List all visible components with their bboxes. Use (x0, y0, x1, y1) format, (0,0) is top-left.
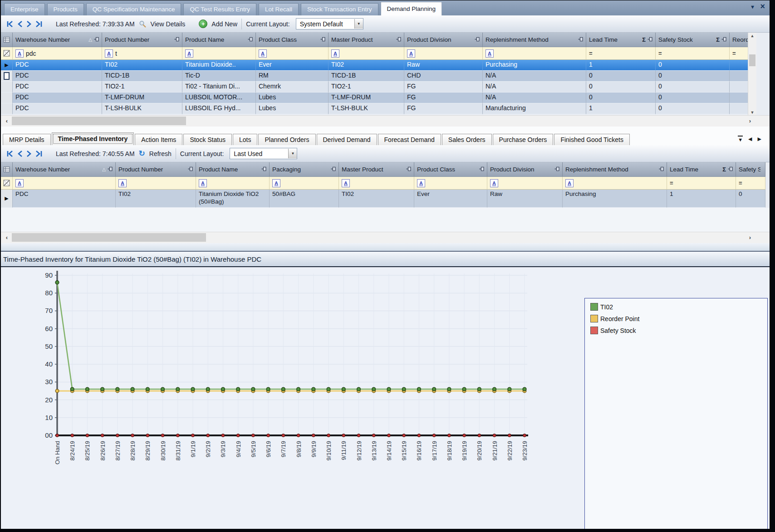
column-header-product-number[interactable]: Product Number (116, 162, 196, 177)
filter-cell-replenishment-method[interactable]: A (563, 177, 667, 190)
main-tab-qc-specification-maintenance[interactable]: QC Specification Maintenance (86, 3, 181, 15)
filter-condition-icon[interactable]: A (272, 179, 280, 187)
column-header-product-class[interactable]: Product Class (256, 33, 329, 47)
cell-replenishment-method[interactable]: Manufacturing (483, 103, 586, 114)
cell-product-name[interactable]: LUBSOIL FG Hyd... (182, 103, 256, 114)
column-header-warehouse-number[interactable]: Warehouse Number△ (13, 33, 102, 47)
cell-product-division[interactable]: FG (404, 103, 483, 114)
column-header-product-name[interactable]: Product Name (182, 33, 256, 47)
cell-master-product[interactable]: TICD-1B (329, 71, 404, 82)
detail-tab-mrp-details[interactable]: MRP Details (3, 134, 51, 145)
filter-condition-icon[interactable]: A (15, 179, 24, 187)
cell-master-product[interactable]: TI02 (329, 60, 404, 71)
cell-product-name[interactable]: Ti02 - Titanium Di... (182, 82, 256, 93)
cell-product-number[interactable]: T-LSH-BULK (102, 103, 182, 114)
filter-condition-icon[interactable]: A (417, 179, 425, 187)
column-header-replenishment-method[interactable]: Replenishment Method (563, 162, 667, 177)
combobox-dropdown-icon[interactable]: ▼ (288, 149, 297, 158)
filter-cell-master-product[interactable]: A (329, 47, 404, 60)
column-header-product-class[interactable]: Product Class (414, 162, 487, 177)
column-header-lead-time[interactable]: Lead TimeΣ (667, 162, 736, 177)
pin-column-icon[interactable] (174, 36, 179, 43)
filter-row-icon[interactable] (1, 177, 13, 190)
horizontal-scroll-thumb[interactable] (12, 233, 206, 242)
filter-cell-packaging[interactable]: A (270, 177, 339, 190)
pin-column-icon[interactable] (554, 166, 559, 173)
filter-condition-icon[interactable]: A (118, 179, 127, 187)
column-header-lead-time[interactable]: Lead TimeΣ (586, 33, 656, 47)
pin-column-icon[interactable] (188, 166, 193, 173)
cell-product-class[interactable]: Chemrk (256, 82, 329, 93)
filter-condition-icon[interactable]: A (259, 49, 267, 58)
row-selected-indicator[interactable]: ▶ (1, 60, 13, 71)
main-tab-qc-test-results-entry[interactable]: QC Test Results Entry (183, 3, 256, 15)
detail-tab-purchase-orders[interactable]: Purchase Orders (493, 134, 554, 145)
row-selector-cell[interactable] (1, 71, 13, 82)
cell-warehouse-number[interactable]: PDC (13, 103, 102, 114)
filter-cell-replenishment-method[interactable]: A (483, 47, 586, 60)
scroll-left-icon[interactable]: ‹ (2, 116, 12, 127)
cell-product-name[interactable]: Tic-D (182, 71, 256, 82)
pin-column-icon[interactable] (647, 36, 652, 43)
filter-cell-product-number[interactable]: At (102, 47, 182, 60)
detail-tab-stock-status[interactable]: Stock Status (183, 134, 232, 145)
cell-safety-stock[interactable]: 0 (656, 103, 730, 114)
cell-replenishment-method[interactable]: N/A (483, 71, 586, 82)
layout-combobox[interactable]: System Default ▼ (296, 18, 363, 29)
detail-tab-lots[interactable]: Lots (233, 134, 257, 145)
row-selector-cell[interactable] (1, 82, 13, 93)
summary-sigma-icon[interactable]: Σ (716, 36, 720, 43)
filter-equals-icon[interactable]: = (589, 50, 593, 57)
cell-product-number[interactable]: TI02 (102, 60, 182, 71)
cell-lead-time[interactable]: 1 (667, 190, 736, 208)
column-header-product-name[interactable]: Product Name (196, 162, 270, 177)
cell-replenishment-method[interactable]: Purchasing (483, 60, 586, 71)
cell-warehouse-number[interactable]: PDC (13, 82, 102, 93)
filter-condition-icon[interactable]: A (486, 49, 494, 58)
filter-row-icon[interactable] (1, 47, 13, 60)
detail-tab-finished-good-tickets[interactable]: Finished Good Tickets (554, 134, 630, 145)
filter-condition-icon[interactable]: A (199, 179, 207, 187)
filter-equals-icon[interactable]: = (739, 180, 742, 186)
detail-tab-forecast-demand[interactable]: Forecast Demand (378, 134, 441, 145)
cell-safety-stock[interactable]: 0 (656, 82, 730, 93)
cell-safety-stock[interactable]: 0 (656, 93, 730, 103)
view-details-button[interactable]: View Details (151, 20, 186, 28)
table-row[interactable]: PDCT-LSH-BULKLUBSOIL FG Hyd...LubesT-LSH… (1, 103, 770, 114)
next-record-icon[interactable] (26, 21, 32, 27)
cell-replenishment-method[interactable]: Purchasing (563, 190, 667, 208)
filter-cell-product-name[interactable]: A (196, 177, 270, 190)
filter-condition-icon[interactable]: A (565, 179, 574, 187)
vertical-scrollbar[interactable]: ▲▼ (748, 33, 756, 116)
summary-sigma-icon[interactable]: Σ (642, 36, 646, 43)
detail-tab-action-items[interactable]: Action Items (135, 134, 182, 145)
column-header-safety-stock[interactable]: Safety StockΣ (656, 33, 730, 47)
filter-condition-icon[interactable]: A (185, 49, 193, 58)
cell-lead-time[interactable]: 0 (586, 82, 656, 93)
scroll-up-icon[interactable]: ▲ (748, 34, 756, 38)
filter-equals-icon[interactable]: = (670, 180, 673, 186)
cell-product-class[interactable]: Lubes (256, 93, 329, 103)
filter-cell-product-number[interactable]: A (116, 177, 196, 190)
column-header-master-product[interactable]: Master Product (329, 33, 404, 47)
cell-warehouse-number[interactable]: PDC (13, 60, 102, 71)
cell-master-product[interactable]: T-LMF-DRUM (329, 93, 404, 103)
cell-warehouse-number[interactable]: PDC (13, 190, 116, 208)
detail-tab-sales-orders[interactable]: Sales Orders (442, 134, 492, 145)
cell-lead-time[interactable]: 1 (586, 60, 656, 71)
column-header-replenishment-method[interactable]: Replenishment Method (483, 33, 586, 47)
cell-product-division[interactable]: FG (404, 93, 483, 103)
horizontal-scroll-thumb[interactable] (12, 117, 186, 125)
pin-column-icon[interactable] (728, 166, 733, 173)
previous-record-icon[interactable] (17, 151, 23, 157)
column-header-product-division[interactable]: Product Division (404, 33, 483, 47)
cell-product-name[interactable]: LUBSOIL MOTOR... (182, 93, 256, 103)
filter-condition-icon[interactable]: A (490, 179, 498, 187)
scroll-down-icon[interactable]: ▼ (748, 110, 756, 115)
pin-column-icon[interactable] (320, 36, 325, 43)
main-tab-stock-transaction-entry[interactable]: Stock Transaction Entry (301, 3, 378, 15)
filter-cell-warehouse-number[interactable]: A (13, 177, 116, 190)
pin-column-icon[interactable] (248, 36, 253, 43)
filter-equals-icon[interactable]: = (732, 50, 736, 57)
pin-column-icon[interactable] (659, 166, 664, 173)
